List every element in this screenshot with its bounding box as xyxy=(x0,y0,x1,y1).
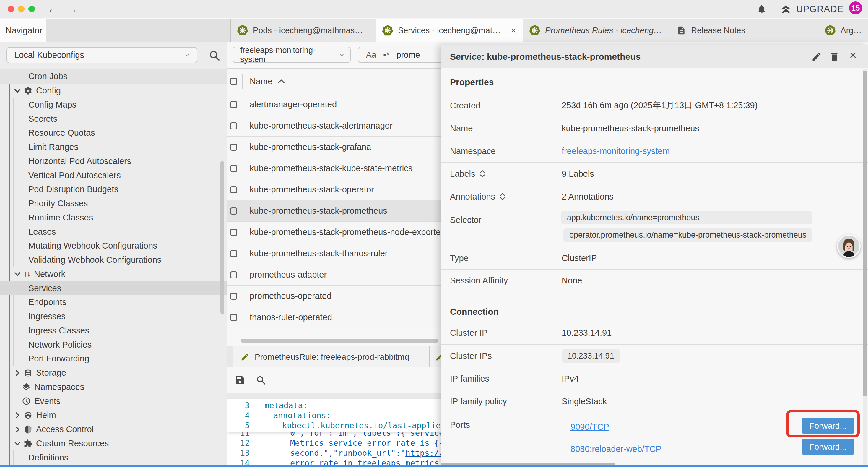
sidebar-item-pod-disruption-budgets[interactable]: Pod Disruption Budgets xyxy=(0,182,227,197)
row-checkbox[interactable] xyxy=(230,229,237,236)
avatar[interactable] xyxy=(837,234,861,258)
kubeconfig-select[interactable]: Local Kubeconfigs xyxy=(6,47,197,63)
table-row[interactable]: kube-prometheus-stack-alertmanager xyxy=(227,115,441,137)
detail-row-session-affinity: Session Affinity None xyxy=(441,269,868,292)
sidebar-item-priority-classes[interactable]: Priority Classes xyxy=(0,197,227,211)
search-icon[interactable] xyxy=(256,375,266,385)
row-checkbox[interactable] xyxy=(230,186,237,193)
table-row-selected[interactable]: kube-prometheus-stack-prometheus xyxy=(227,200,441,222)
tab-pods[interactable]: Pods - icecheng@mathmas… xyxy=(230,19,376,42)
tab-argo[interactable]: Argo Se xyxy=(818,19,868,42)
sidebar-item-namespaces[interactable]: Namespaces xyxy=(0,380,227,394)
sidebar-item-network-policies[interactable]: Network Policies xyxy=(0,338,227,352)
forward-button-8080[interactable]: Forward... xyxy=(802,439,855,455)
sidebar-item-leases[interactable]: Leases xyxy=(0,225,227,239)
regex-toggle-icon[interactable]: ▪* xyxy=(383,50,390,60)
sidebar-group-custom-resources[interactable]: Custom Resources xyxy=(0,437,227,451)
services-table: alertmanager-operated kube-prometheus-st… xyxy=(227,94,441,328)
table-row[interactable]: thanos-ruler-operated xyxy=(227,307,441,328)
edit-pencil-icon[interactable] xyxy=(811,52,822,62)
annotation-highlight-box xyxy=(786,410,860,437)
sidebar-item-port-forwarding[interactable]: Port Forwarding xyxy=(0,352,227,366)
row-checkbox[interactable] xyxy=(230,271,237,279)
sidebar-item-vertical-pod-autoscalers[interactable]: Vertical Pod Autoscalers xyxy=(0,168,227,182)
search-icon[interactable] xyxy=(209,50,220,61)
sidebar-item-secrets[interactable]: Secrets xyxy=(0,112,227,126)
row-checkbox[interactable] xyxy=(230,122,237,129)
tab-release-notes[interactable]: Release Notes xyxy=(670,19,818,42)
table-row[interactable]: kube-prometheus-stack-prometheus-node-ex… xyxy=(227,222,441,243)
sidebar-group-network[interactable]: ↑↓ Network xyxy=(0,267,227,282)
editor-tab-prometheusrule[interactable]: PrometheusRule: freeleaps-prod-rabbitmq xyxy=(233,346,430,368)
close-icon[interactable]: × xyxy=(849,48,857,62)
sidebar-scrollbar[interactable] xyxy=(220,161,224,314)
expand-collapse-icon[interactable] xyxy=(479,170,486,178)
namespace-link[interactable]: freeleaps-monitoring-system xyxy=(562,146,670,156)
row-checkbox[interactable] xyxy=(230,207,237,214)
sidebar-item-definitions[interactable]: Definitions xyxy=(0,450,227,465)
tab-services[interactable]: Services - icecheng@math… × xyxy=(376,19,523,42)
upgrade-button[interactable]: UPGRADE xyxy=(780,4,843,14)
sidebar-group-helm[interactable]: Helm xyxy=(0,408,227,422)
sidebar-item-validating-webhook-configurations[interactable]: Validating Webhook Configurations xyxy=(0,253,227,267)
back-icon[interactable]: ← xyxy=(47,2,59,16)
yaml-editor[interactable]: 11 0","for":"1m","labels":{"service":"f … xyxy=(227,399,441,467)
detail-row-cluster-ip: Cluster IP 10.233.14.91 xyxy=(441,322,868,344)
select-all-checkbox[interactable] xyxy=(230,78,237,85)
sidebar-item-mutating-webhook-configurations[interactable]: Mutating Webhook Configurations xyxy=(0,239,227,253)
save-icon[interactable] xyxy=(235,375,245,385)
table-row[interactable]: prometheus-operated xyxy=(227,286,441,307)
row-checkbox[interactable] xyxy=(230,144,237,151)
maximize-window-button[interactable] xyxy=(28,6,35,12)
sidebar-item-cron-jobs[interactable]: Cron Jobs xyxy=(0,69,227,84)
editor-tab-partial[interactable] xyxy=(430,346,441,368)
runbook-url-link: https://nete xyxy=(405,448,441,458)
notifications-bell-icon[interactable] xyxy=(756,4,767,14)
sidebar-group-storage[interactable]: Storage xyxy=(0,366,227,380)
sidebar-item-endpoints[interactable]: Endpoints xyxy=(0,295,227,310)
forward-icon[interactable]: → xyxy=(66,2,78,16)
sidebar-item-services[interactable]: Services xyxy=(0,281,227,295)
sidebar-item-ingresses[interactable]: Ingresses xyxy=(0,310,227,324)
column-header-name[interactable]: Name xyxy=(250,68,285,94)
expand-collapse-icon[interactable] xyxy=(499,193,506,200)
detail-scrollbar-thumb[interactable] xyxy=(863,71,867,396)
row-checkbox[interactable] xyxy=(230,250,237,257)
row-checkbox[interactable] xyxy=(230,165,237,172)
clock-icon xyxy=(22,397,31,406)
sidebar-item-runtime-classes[interactable]: Runtime Classes xyxy=(0,211,227,225)
table-row[interactable]: kube-prometheus-stack-operator xyxy=(227,179,441,200)
row-checkbox[interactable] xyxy=(230,314,237,321)
filter-input[interactable]: Aa ▪* prome xyxy=(358,47,441,63)
sidebar-group-access-control[interactable]: Access Control xyxy=(0,422,227,437)
sidebar-item-resource-quotas[interactable]: Resource Quotas xyxy=(0,126,227,140)
sidebar-item-horizontal-pod-autoscalers[interactable]: Horizontal Pod Autoscalers xyxy=(0,154,227,169)
tab-prometheus-rules[interactable]: Prometheus Rules - icecheng… xyxy=(523,19,670,42)
sidebar-item-events[interactable]: Events xyxy=(0,394,227,408)
notification-count-badge[interactable]: 15 xyxy=(849,1,862,14)
table-row[interactable]: kube-prometheus-stack-thanos-ruler xyxy=(227,243,441,264)
navigator-panel-tab[interactable]: Navigator xyxy=(0,19,46,42)
table-row[interactable]: kube-prometheus-stack-grafana xyxy=(227,137,441,158)
detail-row-type: Type ClusterIP xyxy=(441,246,868,269)
sidebar-group-config[interactable]: Config xyxy=(0,84,227,98)
table-row[interactable]: alertmanager-operated xyxy=(227,94,441,115)
sidebar-item-ingress-classes[interactable]: Ingress Classes xyxy=(0,324,227,338)
close-tab-icon[interactable]: × xyxy=(508,25,519,35)
minimize-window-button[interactable] xyxy=(18,6,25,12)
sidebar-item-config-maps[interactable]: Config Maps xyxy=(0,98,227,112)
port-link-8080[interactable]: 8080:reloader-web/TCP xyxy=(570,444,661,454)
selector-chip: operator.prometheus.io/name=kube-prometh… xyxy=(563,229,812,242)
close-window-button[interactable] xyxy=(8,6,14,12)
table-row[interactable]: prometheus-adapter xyxy=(227,264,441,286)
namespace-select[interactable]: freeleaps-monitoring-system xyxy=(232,47,351,63)
trash-icon[interactable] xyxy=(829,52,840,62)
table-row[interactable]: kube-prometheus-stack-kube-state-metrics xyxy=(227,158,441,179)
match-case-toggle[interactable]: Aa xyxy=(366,50,376,60)
sidebar-item-limit-ranges[interactable]: Limit Ranges xyxy=(0,140,227,154)
port-link-9090[interactable]: 9090/TCP xyxy=(570,422,609,432)
row-checkbox[interactable] xyxy=(230,293,237,300)
bottom-scrollbar-segment[interactable] xyxy=(441,463,615,465)
horizontal-scrollbar[interactable] xyxy=(241,339,438,343)
row-checkbox[interactable] xyxy=(230,101,237,108)
